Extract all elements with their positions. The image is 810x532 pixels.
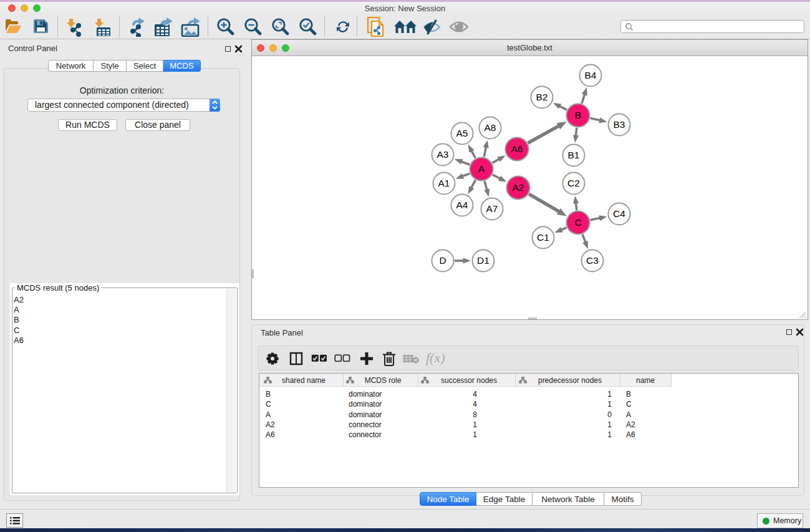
svg-text:B2: B2 xyxy=(536,92,548,102)
svg-text:C2: C2 xyxy=(567,178,580,188)
svg-text:C3: C3 xyxy=(586,255,599,266)
svg-text:C4: C4 xyxy=(613,208,625,219)
svg-text:C1: C1 xyxy=(537,232,549,243)
svg-text:A3: A3 xyxy=(437,149,449,160)
svg-text:A5: A5 xyxy=(456,128,468,138)
svg-text:A8: A8 xyxy=(485,122,496,133)
svg-text:A6: A6 xyxy=(511,143,523,154)
svg-text:D1: D1 xyxy=(477,255,489,266)
svg-text:B1: B1 xyxy=(568,150,580,160)
svg-text:B: B xyxy=(575,110,581,120)
svg-text:B4: B4 xyxy=(585,70,597,80)
svg-text:A4: A4 xyxy=(456,200,468,210)
svg-text:A2: A2 xyxy=(513,182,524,193)
svg-text:A1: A1 xyxy=(438,178,450,188)
svg-text:D: D xyxy=(439,255,446,266)
svg-text:B3: B3 xyxy=(614,119,625,130)
svg-text:C: C xyxy=(574,217,581,228)
svg-text:A7: A7 xyxy=(486,203,498,214)
svg-text:A: A xyxy=(478,163,485,174)
